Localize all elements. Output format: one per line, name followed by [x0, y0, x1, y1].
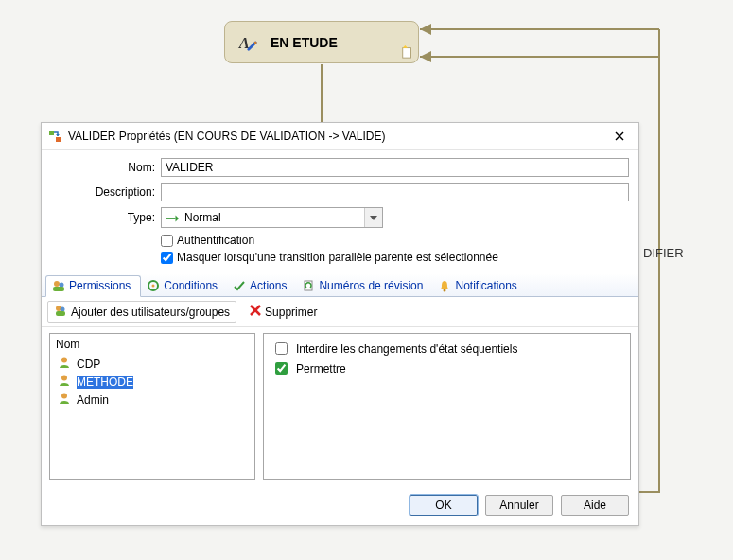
list-item-label: METHODE [77, 376, 133, 389]
description-input[interactable] [161, 183, 629, 201]
svg-marker-6 [403, 45, 408, 48]
interdire-checkbox[interactable] [275, 342, 288, 355]
svg-point-21 [444, 289, 446, 292]
permissions-toolbar: Ajouter des utilisateurs/groupes Supprim… [42, 297, 638, 327]
description-label: Description: [51, 185, 161, 199]
auth-label: Authentification [177, 234, 254, 247]
type-select[interactable]: Normal [161, 207, 383, 228]
properties-dialog: VALIDER Propriétés (EN COURS DE VALIDATI… [41, 122, 639, 526]
auth-checkbox[interactable] [161, 235, 173, 247]
svg-rect-17 [53, 287, 64, 291]
new-document-icon [401, 45, 414, 59]
svg-rect-8 [56, 137, 61, 142]
transition-icon [47, 129, 62, 144]
interdire-row[interactable]: Interdire les changements d'état séquent… [271, 340, 622, 358]
svg-point-4 [254, 41, 257, 44]
mask-checkbox[interactable] [161, 252, 173, 264]
svg-marker-1 [420, 51, 431, 62]
arrow-right-green-icon [166, 213, 179, 222]
type-label: Type: [51, 211, 161, 224]
list-item[interactable]: METHODE [56, 373, 249, 391]
svg-rect-24 [56, 311, 65, 316]
ok-button[interactable]: OK [410, 495, 478, 516]
permettre-row[interactable]: Permettre [271, 359, 622, 377]
dialog-footer: OK Annuler Aide [42, 487, 638, 525]
delete-x-icon [250, 305, 261, 319]
user-list-header: Nom [56, 338, 249, 351]
users-plus-icon [54, 304, 67, 320]
svg-point-27 [61, 358, 67, 363]
svg-point-15 [54, 281, 60, 287]
workflow-state-node[interactable]: A EN ETUDE [224, 21, 419, 63]
permission-options: Interdire les changements d'état séquent… [263, 333, 631, 480]
svg-point-28 [61, 376, 67, 381]
svg-point-23 [61, 307, 65, 312]
workflow-state-label: EN ETUDE [271, 35, 338, 50]
tab-bar: Permissions Conditions Actions Numéros d… [42, 273, 638, 297]
users-icon [52, 279, 65, 292]
tab-conditions[interactable]: Conditions [141, 276, 227, 296]
dialog-title: VALIDER Propriétés (EN COURS DE VALIDATI… [68, 130, 606, 143]
document-refresh-icon [302, 279, 315, 292]
svg-rect-5 [403, 48, 411, 59]
tab-permissions[interactable]: Permissions [45, 275, 141, 297]
user-list[interactable]: Nom CDPMETHODEAdmin [49, 333, 255, 480]
svg-rect-7 [49, 131, 54, 135]
help-button[interactable]: Aide [561, 495, 629, 516]
svg-marker-0 [420, 24, 431, 35]
nom-input[interactable] [161, 158, 629, 177]
tab-notifications[interactable]: Notifications [432, 276, 526, 296]
letter-a-pencil-icon: A [236, 32, 257, 53]
user-icon [58, 356, 71, 372]
cancel-button[interactable]: Annuler [485, 495, 553, 516]
transition-label: DIFIER [643, 246, 684, 260]
gear-star-icon [147, 279, 160, 292]
user-icon [58, 392, 71, 408]
delete-button[interactable]: Supprimer [244, 303, 323, 321]
permettre-checkbox[interactable] [275, 362, 288, 375]
interdire-label: Interdire les changements d'état séquent… [296, 342, 517, 356]
nom-label: Nom: [51, 161, 161, 174]
check-flag-icon [233, 279, 246, 292]
close-icon [615, 131, 624, 141]
tab-actions[interactable]: Actions [227, 276, 296, 296]
tab-revisions[interactable]: Numéros de révision [296, 276, 432, 296]
svg-line-3 [249, 43, 255, 49]
chevron-down-icon [364, 208, 382, 227]
svg-point-16 [60, 283, 64, 288]
svg-marker-9 [56, 134, 60, 136]
svg-marker-13 [176, 216, 180, 222]
permettre-label: Permettre [296, 362, 346, 376]
add-users-button[interactable]: Ajouter des utilisateurs/groupes [47, 301, 236, 323]
svg-point-29 [61, 394, 67, 399]
permissions-body: Nom CDPMETHODEAdmin Interdire les change… [42, 327, 638, 487]
mask-label: Masquer lorsqu'une transition parallèle … [177, 251, 498, 264]
list-item[interactable]: CDP [56, 355, 249, 373]
list-item-label: Admin [77, 394, 109, 407]
bell-icon [438, 279, 451, 292]
svg-point-19 [152, 285, 155, 288]
dialog-titlebar: VALIDER Propriétés (EN COURS DE VALIDATI… [42, 123, 638, 150]
user-icon [58, 374, 71, 390]
list-item-label: CDP [77, 358, 100, 371]
type-select-value: Normal [184, 211, 221, 224]
svg-marker-14 [370, 216, 377, 220]
list-item[interactable]: Admin [56, 391, 249, 409]
form-area: Nom: Description: Type: Normal [42, 150, 638, 273]
close-button[interactable] [606, 127, 633, 146]
